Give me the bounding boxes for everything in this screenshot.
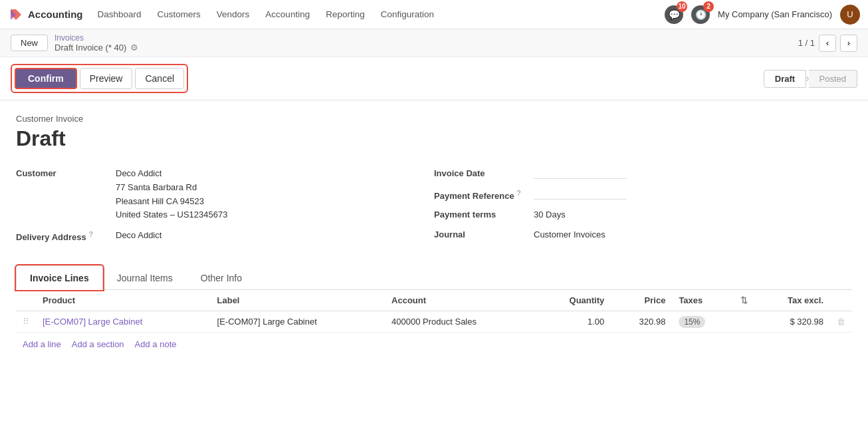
alerts-icon[interactable]: 🕐 2	[691, 5, 710, 24]
status-posted-button[interactable]: Posted	[809, 70, 857, 88]
customer-address-1: 77 Santa Barbara Rd	[116, 181, 227, 195]
main-content: Customer Invoice Draft Customer Deco Add…	[0, 100, 868, 369]
customer-value: Deco Addict 77 Santa Barbara Rd Pleasant…	[116, 167, 227, 222]
journal-value: Customer Invoices	[534, 228, 605, 242]
journal-label: Journal	[434, 228, 527, 239]
label-cell: [E-COM07] Large Cabinet	[211, 311, 385, 332]
action-bar: Confirm Preview Cancel Draft › Posted	[0, 57, 868, 100]
drag-handle[interactable]: ⠿	[16, 311, 36, 332]
breadcrumb-parent[interactable]: Invoices	[54, 33, 138, 43]
tax-cell: 15%	[672, 311, 734, 332]
nav-vendors[interactable]: Vendors	[210, 7, 257, 22]
invoice-type-label: Customer Invoice	[16, 114, 852, 124]
product-cell: [E-COM07] Large Cabinet	[36, 311, 211, 332]
breadcrumb-bar: New Invoices Draft Invoice (* 40) ⚙ 1 / …	[0, 29, 868, 57]
customer-address-3: United States – US12345673	[116, 208, 227, 222]
col-delete	[830, 290, 852, 311]
payment-ref-input[interactable]	[534, 189, 627, 200]
payment-ref-label: Payment Reference ?	[434, 188, 527, 201]
top-navigation: Accounting Dashboard Customers Vendors A…	[0, 0, 868, 29]
invoice-date-input[interactable]	[534, 168, 627, 179]
col-drag	[16, 290, 36, 311]
gear-icon[interactable]: ⚙	[130, 43, 138, 53]
notifications-icon[interactable]: 💬 10	[665, 5, 683, 24]
nav-dashboard[interactable]: Dashboard	[91, 7, 148, 22]
payment-ref-field-row: Payment Reference ?	[434, 188, 852, 202]
payment-ref-tooltip[interactable]: ?	[516, 189, 521, 197]
breadcrumb: Invoices Draft Invoice (* 40) ⚙	[54, 33, 138, 53]
col-quantity: Quantity	[536, 290, 611, 311]
invoice-date-value[interactable]	[534, 167, 627, 181]
delivery-address-tooltip[interactable]: ?	[88, 230, 93, 238]
status-draft-button[interactable]: Draft	[764, 70, 806, 88]
tax-badge: 15%	[679, 316, 705, 328]
customer-address-2: Pleasant Hill CA 94523	[116, 195, 227, 209]
col-account: Account	[385, 290, 536, 311]
nav-configuration[interactable]: Configuration	[374, 7, 441, 22]
col-label: Label	[211, 290, 385, 311]
app-logo[interactable]: Accounting	[8, 7, 83, 23]
invoice-lines-table: Product Label Account Quantity Price Tax…	[16, 290, 852, 333]
delivery-address-label: Delivery Address ?	[16, 229, 109, 242]
avatar[interactable]: U	[840, 5, 860, 25]
tax-settings	[734, 311, 754, 332]
tab-other-info[interactable]: Other Info	[187, 265, 256, 290]
invoice-status: Draft	[16, 126, 852, 151]
journal-field-row: Journal Customer Invoices	[434, 228, 852, 242]
cancel-button[interactable]: Cancel	[135, 68, 184, 89]
add-line-link[interactable]: Add a line	[23, 339, 61, 349]
invoice-fields: Customer Deco Addict 77 Santa Barbara Rd…	[16, 167, 852, 249]
delivery-address-field-row: Delivery Address ? Deco Addict	[16, 229, 434, 243]
customer-field-row: Customer Deco Addict 77 Santa Barbara Rd…	[16, 167, 434, 222]
prev-page-button[interactable]: ‹	[819, 35, 836, 52]
customer-label: Customer	[16, 167, 109, 178]
tax-excl-cell: $ 320.98	[754, 311, 830, 332]
app-name: Accounting	[28, 9, 83, 20]
quantity-cell: 1.00	[536, 311, 611, 332]
delivery-address-value: Deco Addict	[116, 229, 162, 243]
confirm-button[interactable]: Confirm	[15, 68, 77, 89]
topnav-right: 💬 10 🕐 2 My Company (San Francisco) U	[665, 5, 860, 25]
invoice-date-label: Invoice Date	[434, 167, 527, 178]
add-links: Add a line Add a section Add a note	[16, 333, 852, 356]
notifications-count: 10	[677, 1, 687, 12]
customer-name: Deco Addict	[116, 167, 227, 181]
payment-terms-field-row: Payment terms 30 Days	[434, 208, 852, 222]
table-row: ⠿ [E-COM07] Large Cabinet [E-COM07] Larg…	[16, 311, 852, 332]
col-tax-excl: Tax excl.	[754, 290, 830, 311]
nav-accounting[interactable]: Accounting	[259, 7, 316, 22]
payment-ref-value[interactable]	[534, 188, 627, 202]
col-settings: ⇅	[734, 290, 754, 311]
action-buttons-group: Confirm Preview Cancel	[11, 64, 188, 93]
breadcrumb-current: Draft Invoice (* 40) ⚙	[54, 43, 138, 53]
nav-reporting[interactable]: Reporting	[319, 7, 372, 22]
delete-icon[interactable]: 🗑	[837, 317, 845, 327]
payment-terms-label: Payment terms	[434, 208, 527, 220]
alerts-count: 2	[703, 1, 714, 12]
new-button[interactable]: New	[11, 35, 48, 51]
company-name: My Company (San Francisco)	[718, 9, 832, 19]
price-cell: 320.98	[611, 311, 672, 332]
payment-terms-value: 30 Days	[534, 208, 566, 222]
preview-button[interactable]: Preview	[80, 68, 133, 89]
pagination: 1 / 1 ‹ ›	[798, 35, 857, 52]
col-taxes: Taxes	[672, 290, 734, 311]
tab-journal-items[interactable]: Journal Items	[103, 265, 187, 290]
tabs-bar: Invoice Lines Journal Items Other Info	[16, 265, 852, 290]
add-section-link[interactable]: Add a section	[72, 339, 124, 349]
delete-cell: 🗑	[830, 311, 852, 332]
next-page-button[interactable]: ›	[840, 35, 857, 52]
nav-customers[interactable]: Customers	[151, 7, 207, 22]
add-note-link[interactable]: Add a note	[135, 339, 177, 349]
status-bar: Draft › Posted	[764, 70, 857, 88]
tab-invoice-lines[interactable]: Invoice Lines	[16, 265, 103, 290]
product-link[interactable]: [E-COM07] Large Cabinet	[43, 317, 142, 327]
col-price: Price	[611, 290, 672, 311]
account-cell: 400000 Product Sales	[385, 311, 536, 332]
col-product: Product	[36, 290, 211, 311]
invoice-date-field-row: Invoice Date	[434, 167, 852, 181]
